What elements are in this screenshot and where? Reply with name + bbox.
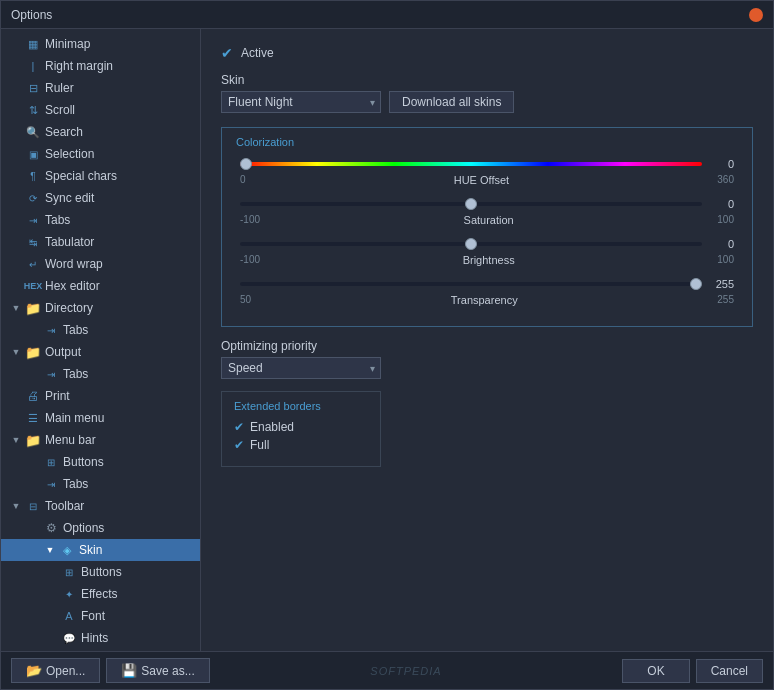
transparency-center-label: Transparency	[451, 294, 518, 306]
tab-icon: ⇥	[43, 322, 59, 338]
transparency-row: 255	[240, 278, 734, 290]
sidebar-label: Tabs	[45, 213, 70, 227]
sidebar-item-selection[interactable]: ▣ Selection	[1, 143, 200, 165]
sidebar-item-main-menu[interactable]: ☰ Main menu	[1, 407, 200, 429]
sidebar-label: Tabs	[63, 477, 88, 491]
transparency-slider[interactable]	[240, 282, 702, 286]
sidebar-item-special-chars[interactable]: ¶ Special chars	[1, 165, 200, 187]
active-check-icon: ✔	[221, 45, 233, 61]
sidebar-item-directory[interactable]: ▼ 📁 Directory	[1, 297, 200, 319]
brightness-value: 0	[702, 238, 734, 250]
save-as-button[interactable]: 💾 Save as...	[106, 658, 209, 683]
sidebar-item-menu-bar-buttons[interactable]: ⊞ Buttons	[1, 451, 200, 473]
grid-icon: ▦	[25, 36, 41, 52]
sidebar-item-skin[interactable]: ▼ ◈ Skin	[1, 539, 200, 561]
hue-slider[interactable]	[240, 162, 702, 166]
download-skins-button[interactable]: Download all skins	[389, 91, 514, 113]
scroll-icon: ⇅	[25, 102, 41, 118]
full-label: Full	[250, 438, 269, 452]
saturation-slider[interactable]	[240, 202, 702, 206]
transparency-minmax: 50 Transparency 255	[240, 294, 734, 312]
brightness-slider[interactable]	[240, 242, 702, 246]
saturation-minmax: -100 Saturation 100	[240, 214, 734, 232]
close-button[interactable]	[749, 8, 763, 22]
diamond-icon: ◈	[59, 542, 75, 558]
expand-icon[interactable]: ▼	[9, 301, 23, 315]
sidebar-label: Ruler	[45, 81, 74, 95]
expand-icon[interactable]: ▼	[9, 499, 23, 513]
sidebar-item-toolbar-options[interactable]: ⚙ Options	[1, 517, 200, 539]
folder-icon: 📁	[25, 432, 41, 448]
priority-label: Optimizing priority	[221, 339, 753, 353]
hue-value: 0	[702, 158, 734, 170]
open-button[interactable]: 📂 Open...	[11, 658, 100, 683]
sidebar-item-hex-editor[interactable]: HEX Hex editor	[1, 275, 200, 297]
gear-icon: ⚙	[43, 520, 59, 536]
sidebar-label: Skin	[79, 543, 102, 557]
transparency-max: 255	[717, 294, 734, 312]
tab-icon: ⇥	[43, 476, 59, 492]
sidebar-item-sync-edit[interactable]: ⟳ Sync edit	[1, 187, 200, 209]
sidebar-label: Effects	[81, 587, 117, 601]
bottom-right-buttons: OK Cancel	[622, 659, 763, 683]
expand-icon[interactable]: ▼	[9, 345, 23, 359]
enabled-row: ✔ Enabled	[234, 420, 368, 434]
margin-icon: |	[25, 58, 41, 74]
sidebar-label: Font	[81, 609, 105, 623]
hue-min: 0	[240, 174, 246, 192]
skin-select-wrapper: Fluent Night	[221, 91, 381, 113]
sidebar-label: Directory	[45, 301, 93, 315]
sidebar-item-ruler[interactable]: ⊟ Ruler	[1, 77, 200, 99]
brightness-range-wrap	[240, 242, 702, 246]
sidebar-item-skin-font[interactable]: A Font	[1, 605, 200, 627]
open-label: Open...	[46, 664, 85, 678]
folder-icon: 📁	[25, 344, 41, 360]
saturation-center-label: Saturation	[464, 214, 514, 226]
sidebar-item-tabulator[interactable]: ↹ Tabulator	[1, 231, 200, 253]
extended-borders-box: Extended borders ✔ Enabled ✔ Full	[221, 391, 381, 467]
spacer-icon	[9, 411, 23, 425]
sidebar-item-directory-tabs[interactable]: ⇥ Tabs	[1, 319, 200, 341]
transparency-min: 50	[240, 294, 251, 312]
sidebar-item-right-margin[interactable]: | Right margin	[1, 55, 200, 77]
sidebar-item-menu-bar[interactable]: ▼ 📁 Menu bar	[1, 429, 200, 451]
tab2-icon: ↹	[25, 234, 41, 250]
enabled-label: Enabled	[250, 420, 294, 434]
ok-button[interactable]: OK	[622, 659, 689, 683]
sidebar-item-skin-hints[interactable]: 💬 Hints	[1, 627, 200, 649]
enabled-check-icon: ✔	[234, 420, 244, 434]
sidebar-item-print[interactable]: 🖨 Print	[1, 385, 200, 407]
sidebar-item-skin-buttons[interactable]: ⊞ Buttons	[1, 561, 200, 583]
btn-icon: ⊞	[61, 564, 77, 580]
sidebar-label: Word wrap	[45, 257, 103, 271]
expand-icon[interactable]: ▼	[9, 433, 23, 447]
toolbar-icon: ⊟	[25, 498, 41, 514]
brightness-center-label: Brightness	[463, 254, 515, 266]
sidebar-label: Output	[45, 345, 81, 359]
sidebar-item-toolbar[interactable]: ▼ ⊟ Toolbar	[1, 495, 200, 517]
sidebar-label: Tabs	[63, 323, 88, 337]
sidebar-item-output[interactable]: ▼ 📁 Output	[1, 341, 200, 363]
sidebar-item-tabs[interactable]: ⇥ Tabs	[1, 209, 200, 231]
sidebar-item-scroll[interactable]: ⇅ Scroll	[1, 99, 200, 121]
sidebar-label: Tabs	[63, 367, 88, 381]
sidebar-label: Search	[45, 125, 83, 139]
btn-icon: ⊞	[43, 454, 59, 470]
cancel-button[interactable]: Cancel	[696, 659, 763, 683]
hue-center-label: HUE Offset	[454, 174, 509, 186]
save-icon: 💾	[121, 663, 137, 678]
priority-select[interactable]: Speed Quality Balanced	[221, 357, 381, 379]
ext-borders-title: Extended borders	[234, 400, 368, 412]
skin-select[interactable]: Fluent Night	[221, 91, 381, 113]
sidebar-label: Print	[45, 389, 70, 403]
saturation-min: -100	[240, 214, 260, 232]
sidebar-item-output-tabs[interactable]: ⇥ Tabs	[1, 363, 200, 385]
sidebar-item-search[interactable]: 🔍 Search	[1, 121, 200, 143]
sidebar-item-minimap[interactable]: ▦ Minimap	[1, 33, 200, 55]
tab-icon: ⇥	[43, 366, 59, 382]
sidebar-item-skin-effects[interactable]: ✦ Effects	[1, 583, 200, 605]
sidebar-item-word-wrap[interactable]: ↵ Word wrap	[1, 253, 200, 275]
expand-icon[interactable]: ▼	[43, 543, 57, 557]
sidebar-item-menu-bar-tabs[interactable]: ⇥ Tabs	[1, 473, 200, 495]
ruler-icon: ⊟	[25, 80, 41, 96]
